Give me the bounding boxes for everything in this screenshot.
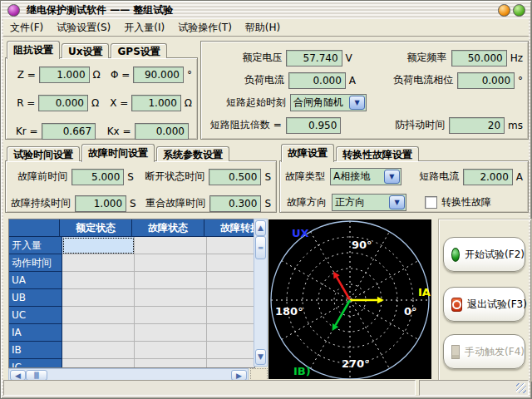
row-label[interactable]: UB — [9, 289, 62, 307]
tab-ux-settings[interactable]: Ux设置 — [62, 43, 109, 58]
power-icon — [451, 298, 462, 312]
row-label[interactable]: IA — [9, 324, 62, 342]
table-cell[interactable] — [62, 359, 135, 368]
chevron-down-icon[interactable]: ▼ — [349, 96, 365, 110]
start-test-label: 开始试验(F2) — [465, 248, 525, 262]
table-cell[interactable] — [135, 342, 207, 359]
polar-vectors — [332, 271, 384, 331]
vertical-scrollbar[interactable]: ▲ ▬ ▼ — [254, 219, 268, 367]
row-label[interactable]: UC — [9, 307, 62, 324]
table-cell[interactable] — [207, 237, 255, 254]
scroll-up-icon[interactable]: ▲ — [255, 220, 266, 236]
tab-system-params[interactable]: 系统参数设置 — [156, 146, 229, 161]
tab-impedance-settings[interactable]: 阻抗设置 — [7, 41, 60, 59]
table-cell[interactable] — [135, 272, 207, 289]
r-field[interactable]: 0.000 — [38, 95, 88, 111]
table-cell[interactable] — [62, 272, 135, 289]
table-cell[interactable] — [62, 342, 135, 359]
manual-trigger-label: 手动触发(F4) — [465, 345, 525, 359]
tab-gps-settings[interactable]: GPS设置 — [111, 43, 166, 58]
pre-fault-time-field[interactable]: 5.000 — [71, 169, 124, 185]
fault-duration-field[interactable]: 1.000 — [75, 195, 126, 212]
tab-fault-time[interactable]: 故障时间设置 — [81, 144, 155, 162]
column-header-rated[interactable]: 额定状态 — [60, 219, 132, 237]
table-cell[interactable] — [62, 307, 135, 324]
title-bar[interactable]: 继电保护测试软件 —— 整组试验 — [3, 2, 529, 18]
load-current-field[interactable]: 0.000 — [288, 72, 346, 89]
tab-convert-fault-settings[interactable]: 转换性故障设置 — [336, 146, 419, 161]
table-row: IB — [9, 342, 254, 359]
selected-cell[interactable] — [62, 237, 135, 254]
x-field[interactable]: 1.000 — [131, 95, 181, 111]
z-field[interactable]: 1.000 — [39, 66, 90, 83]
table-cell[interactable] — [207, 307, 255, 324]
fault-type-value: A相接地 — [331, 169, 383, 185]
reclose-fault-time-label: 重合故障时间 — [139, 196, 205, 210]
row-label[interactable]: 动作时间 — [9, 254, 62, 272]
load-phase-label: 负荷电流相位 — [363, 73, 453, 87]
open-state-time-field[interactable]: 0.500 — [209, 169, 261, 185]
vertical-scroll-thumb[interactable]: ▬ — [255, 236, 266, 259]
rated-frequency-field[interactable]: 50.000 — [451, 50, 507, 66]
debounce-field[interactable]: 20 — [449, 117, 505, 134]
row-label[interactable]: IB — [9, 342, 62, 359]
fault-duration-label: 故障持续时间 — [11, 196, 71, 210]
column-header-transfer[interactable]: 故障转换 — [204, 219, 255, 237]
table-cell[interactable] — [135, 254, 207, 272]
client-area: 阻抗设置 Ux设置 GPS设置 Z = 1.000 Ω Φ = 90.000 °… — [3, 37, 529, 396]
scroll-down-icon[interactable]: ▼ — [255, 349, 266, 365]
row-label[interactable]: IC — [9, 359, 62, 368]
convert-fault-checkbox[interactable] — [425, 196, 437, 209]
column-header-fault[interactable]: 故障状态 — [132, 219, 204, 237]
load-phase-field[interactable]: 0.000 — [457, 72, 515, 89]
chevron-down-icon[interactable]: ▼ — [384, 170, 400, 184]
short-current-field[interactable]: 2.000 — [463, 169, 513, 185]
table-cell[interactable] — [207, 254, 255, 272]
reclose-fault-time-field[interactable]: 0.300 — [209, 195, 261, 212]
tab-test-time[interactable]: 试验时间设置 — [7, 146, 80, 161]
row-label[interactable]: 开入量 — [9, 237, 62, 254]
fault-tabs: 故障设置 转换性故障设置 — [281, 144, 421, 161]
table-cell[interactable] — [135, 307, 207, 324]
start-test-button[interactable]: 开始试验(F2) — [443, 237, 525, 272]
tab-fault-settings[interactable]: 故障设置 — [281, 144, 334, 162]
table-cell[interactable] — [207, 359, 255, 368]
kr-field[interactable]: 0.667 — [42, 123, 96, 140]
row-label[interactable]: UA — [9, 272, 62, 289]
angle-90-label: 90° — [352, 239, 372, 251]
kx-field[interactable]: 0.000 — [135, 123, 189, 140]
table-cell[interactable] — [62, 254, 135, 272]
table-cell[interactable] — [207, 289, 255, 307]
fault-type-select[interactable]: A相接地 ▼ — [330, 168, 401, 185]
resize-grip[interactable] — [516, 383, 526, 393]
exit-test-button[interactable]: 退出试验(F3) — [443, 287, 525, 322]
table-cell[interactable] — [135, 237, 207, 254]
table-cell[interactable] — [62, 289, 135, 307]
menu-binary-input[interactable]: 开入量(I) — [117, 19, 171, 37]
phi-label: Φ = — [106, 69, 131, 81]
results-table: 额定状态 故障状态 故障转换 开入量动作时间UAUBUCIAIBIC ▲ ▬ ▼… — [8, 219, 268, 382]
table-cell[interactable] — [135, 289, 207, 307]
table-cell[interactable] — [135, 359, 207, 368]
impedance-multiple-field[interactable]: 0.950 — [286, 117, 342, 134]
table-cell[interactable] — [135, 324, 207, 342]
table-cell[interactable] — [62, 324, 135, 342]
close-button[interactable] — [513, 4, 525, 17]
time-panel: 试验时间设置 故障时间设置 系统参数设置 故障前时间 5.000 S 断开状态时… — [5, 144, 277, 213]
short-start-moment-select[interactable]: 合闸角随机 ▼ — [290, 94, 367, 111]
table-cell[interactable] — [207, 272, 255, 289]
menu-test-operation[interactable]: 试验操作(T) — [171, 19, 239, 37]
chevron-down-icon[interactable]: ▼ — [389, 195, 405, 209]
rated-voltage-label: 额定电压 — [206, 51, 282, 65]
table-cell[interactable] — [207, 324, 255, 342]
table-cell[interactable] — [207, 342, 255, 359]
voltage-vector — [337, 277, 350, 300]
minimize-button[interactable] — [498, 4, 510, 17]
menu-file[interactable]: 文件(F) — [3, 19, 50, 37]
fault-direction-select[interactable]: 正方向 ▼ — [332, 194, 406, 211]
manual-trigger-button[interactable]: 手动触发(F4) — [443, 334, 525, 369]
menu-help[interactable]: 帮助(H) — [239, 19, 287, 37]
rated-voltage-field[interactable]: 57.740 — [286, 50, 342, 66]
menu-test-settings[interactable]: 试验设置(S) — [50, 19, 117, 37]
phi-field[interactable]: 90.000 — [133, 66, 184, 83]
